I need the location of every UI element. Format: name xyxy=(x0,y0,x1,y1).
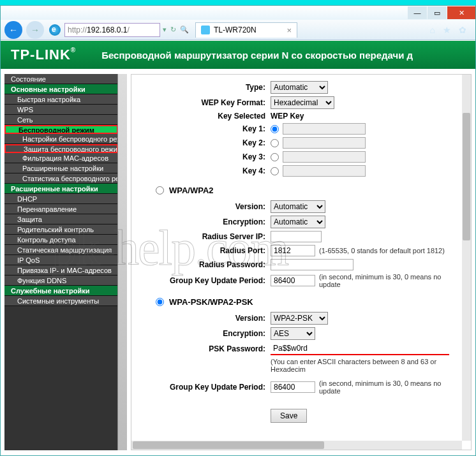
router-banner: TP-LINK® Беспроводной маршрутизатор сери… xyxy=(1,41,475,69)
key4-radio[interactable] xyxy=(271,167,279,175)
wepfmt-select[interactable]: Hexadecimal xyxy=(271,96,334,109)
key4-label: Key 4: xyxy=(137,166,271,175)
window-titlebar: — ▭ ✕ xyxy=(1,6,475,20)
menu-dhcp[interactable]: DHCP xyxy=(4,194,118,204)
menu-wireless-stats[interactable]: Статистика беспроводного ре xyxy=(4,173,118,184)
nav-forward-button[interactable]: → xyxy=(26,21,44,39)
menu-ip-mac-binding[interactable]: Привязка IP- и MAC-адресов xyxy=(4,265,118,276)
psk-encryption-label: Encryption: xyxy=(137,329,271,338)
menu-parental[interactable]: Родительский контроль xyxy=(4,224,118,235)
key4-input[interactable] xyxy=(283,165,366,177)
content-panel: Type: Automatic WEP Key Format: Hexadeci… xyxy=(131,74,472,450)
menu-status[interactable]: Состояние xyxy=(4,74,118,84)
key1-label: Key 1: xyxy=(137,124,271,133)
menu-advanced-header[interactable]: Расширенные настройки xyxy=(4,184,118,194)
body-area: Состояние Основные настройки Быстрая нас… xyxy=(1,69,475,455)
menu-wireless-advanced[interactable]: Расширенные настройки xyxy=(4,163,118,173)
wpa-mode-radio[interactable] xyxy=(156,186,164,195)
sidebar-scrollbar[interactable] xyxy=(119,87,126,278)
window-maximize-button[interactable]: ▭ xyxy=(428,6,447,19)
key1-input[interactable] xyxy=(283,123,366,135)
menu-forwarding[interactable]: Перенаправление xyxy=(4,204,118,214)
menu-network[interactable]: Сеть xyxy=(4,115,118,125)
url-protocol: http:// xyxy=(68,26,87,34)
sidebar-menu: Состояние Основные настройки Быстрая нас… xyxy=(4,74,118,306)
radius-port-input[interactable] xyxy=(271,245,315,256)
menu-wireless-security[interactable]: Защита беспроводного режим xyxy=(4,144,118,153)
menu-wps[interactable]: WPS xyxy=(4,105,118,115)
wepkey-header: WEP Key xyxy=(271,112,304,121)
wpa-gkup-note: (in second, minimum is 30, 0 means no up… xyxy=(319,273,457,288)
radius-port-note: (1-65535, 0 stands for default port 1812… xyxy=(319,247,445,254)
wpa-encryption-select[interactable]: Automatic xyxy=(271,216,325,228)
window-close-button[interactable]: ✕ xyxy=(447,6,475,19)
menu-mac-filter[interactable]: Фильтрация MAC-адресов xyxy=(4,153,118,163)
tab-favicon-icon xyxy=(201,26,210,34)
radius-pw-input[interactable] xyxy=(271,259,353,270)
wpa-gkup-input[interactable] xyxy=(271,275,315,286)
dropdown-icon[interactable]: ▾ xyxy=(163,26,167,34)
wepfmt-label: WEP Key Format: xyxy=(137,98,271,107)
psk-version-select[interactable]: WPA2-PSK xyxy=(271,312,328,325)
tab-close-icon[interactable]: × xyxy=(286,26,292,35)
key3-input[interactable] xyxy=(283,151,366,163)
content-inner: Type: Automatic WEP Key Format: Hexadeci… xyxy=(131,75,462,441)
save-button[interactable]: Save xyxy=(271,409,307,423)
type-select[interactable]: Automatic xyxy=(271,81,328,94)
nav-back-button[interactable]: ← xyxy=(4,21,22,39)
content-hscrollbar[interactable] xyxy=(131,441,462,450)
key2-radio[interactable] xyxy=(271,139,279,147)
url-host: 192.168.0.1 xyxy=(87,26,127,34)
wpa-gkup-label: Group Key Update Period: xyxy=(137,276,271,285)
menu-security[interactable]: Защита xyxy=(4,214,118,224)
browser-tab[interactable]: TL-WR720N × xyxy=(195,22,297,38)
menu-ipqos[interactable]: IP QoS xyxy=(4,255,118,265)
menu-basic-header[interactable]: Основные настройки xyxy=(4,84,118,94)
menu-wireless-settings[interactable]: Настройки беспроводного реж xyxy=(4,134,118,144)
key3-radio[interactable] xyxy=(271,153,279,161)
key2-input[interactable] xyxy=(283,137,366,149)
menu-ddns[interactable]: Функция DDNS xyxy=(4,276,118,286)
address-bar-controls: ▾ ↻ 🔍 xyxy=(163,26,189,34)
content-vscroll-thumb[interactable] xyxy=(463,113,470,240)
url-path: / xyxy=(127,26,129,34)
sidebar: Состояние Основные настройки Быстрая нас… xyxy=(4,74,127,450)
keysel-label: Key Selected xyxy=(137,112,271,121)
browser-window: — ▭ ✕ ← → http://192.168.0.1/ ▾ ↻ 🔍 TL-W… xyxy=(0,5,476,456)
search-icon[interactable]: 🔍 xyxy=(180,26,189,34)
wpa-encryption-label: Encryption: xyxy=(137,217,271,226)
content-hscroll-thumb[interactable] xyxy=(133,441,324,449)
type-label: Type: xyxy=(137,83,271,92)
radius-port-label: Radius Port: xyxy=(137,246,271,255)
psk-password-label: PSK Password: xyxy=(137,344,271,353)
menu-system-tools[interactable]: Системные инструменты xyxy=(4,296,118,306)
menu-static-routing[interactable]: Статическая маршрутизация xyxy=(4,245,118,255)
content-vscrollbar[interactable] xyxy=(462,75,471,441)
key1-radio[interactable] xyxy=(271,125,279,133)
window-minimize-button[interactable]: — xyxy=(408,6,427,19)
browser-navbar: ← → http://192.168.0.1/ ▾ ↻ 🔍 TL-WR720N … xyxy=(1,20,475,40)
tplink-logo: TP-LINK® xyxy=(11,47,76,63)
refresh-icon[interactable]: ↻ xyxy=(170,26,176,34)
address-bar[interactable]: http://192.168.0.1/ xyxy=(64,23,160,37)
psk-encryption-select[interactable]: AES xyxy=(271,327,315,340)
psk-mode-radio[interactable] xyxy=(156,298,164,306)
wpa-heading: WPA/WPA2 xyxy=(169,186,214,195)
favorites-icon[interactable]: ★ xyxy=(443,25,451,35)
menu-service-header[interactable]: Служебные настройки xyxy=(4,286,118,296)
psk-gkup-input[interactable] xyxy=(271,381,315,393)
radius-ip-input[interactable] xyxy=(271,231,322,242)
menu-access-control[interactable]: Контроль доступа xyxy=(4,235,118,245)
wpa-version-label: Version: xyxy=(137,202,271,211)
psk-heading: WPA-PSK/WPA2-PSK xyxy=(169,297,253,307)
tools-icon[interactable]: ✿ xyxy=(459,25,466,35)
psk-password-input[interactable] xyxy=(271,342,449,354)
wpa-version-select[interactable]: Automatic xyxy=(271,200,325,213)
tab-title: TL-WR720N xyxy=(214,26,257,34)
ie-icon xyxy=(49,24,61,36)
psk-version-label: Version: xyxy=(137,314,271,323)
home-icon[interactable]: ⌂ xyxy=(430,25,435,35)
menu-wireless[interactable]: Беспроводной режим xyxy=(4,125,118,134)
radius-ip-label: Radius Server IP: xyxy=(137,232,271,241)
menu-quick-setup[interactable]: Быстрая настройка xyxy=(4,94,118,105)
